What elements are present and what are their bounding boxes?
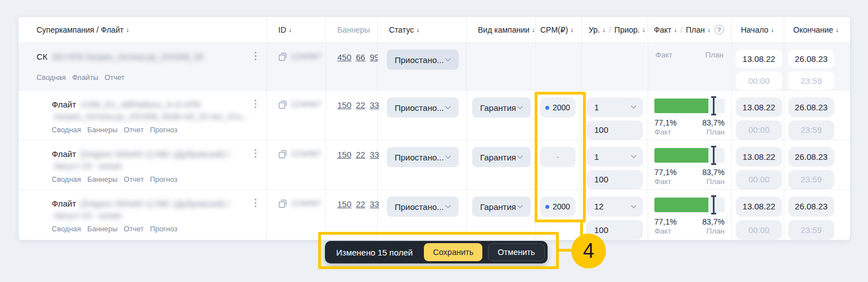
flight-id-blurred: 1234567	[291, 199, 322, 208]
supercampaign-name[interactable]: СК АО НПК Катрен_Аптека.ру_202308_09	[37, 51, 239, 62]
sort-desc-icon[interactable]: ↓	[707, 26, 711, 34]
banners-count-link[interactable]: 22	[356, 150, 365, 189]
link-banners[interactable]: Баннеры	[87, 175, 117, 183]
flight-name[interactable]: Флайт COM_EV_AllPlatform_А-О НПК Катрен_…	[52, 99, 254, 122]
level-dropdown[interactable]: 12	[586, 196, 643, 217]
status-dropdown[interactable]: Приостано...	[387, 97, 459, 118]
link-banners[interactable]: Баннеры	[87, 126, 117, 134]
campaign-type-dropdown[interactable]: Гарантия	[472, 97, 531, 118]
end-time-input[interactable]: 23:59	[788, 170, 834, 190]
start-time-input[interactable]: 00:00	[736, 220, 782, 240]
priority-input[interactable]: 100	[586, 120, 643, 140]
link-flights[interactable]: Флайты	[72, 73, 98, 82]
start-time-input[interactable]: 00:00	[736, 170, 782, 190]
campaign-type-value: Гарантия	[480, 153, 516, 162]
header-status[interactable]: Статус ↓	[378, 17, 467, 43]
campaign-type-dropdown[interactable]: Гарантия	[472, 196, 531, 217]
sort-desc-icon[interactable]: ↓	[416, 26, 419, 34]
sort-desc-icon[interactable]: ↓	[602, 26, 605, 34]
copy-icon[interactable]	[278, 52, 287, 61]
header-status-label: Статус	[389, 25, 414, 34]
priority-input[interactable]: 100	[586, 220, 643, 240]
banners-count-link[interactable]: 150	[337, 150, 351, 189]
header-level-priority[interactable]: Ур. ↓ / Приор. ↓	[582, 17, 648, 43]
cancel-button[interactable]: Отменить	[488, 243, 544, 261]
sort-desc-icon[interactable]: ↓	[771, 26, 774, 34]
cpm-input[interactable]: 2000	[540, 97, 576, 118]
link-banners[interactable]: Баннеры	[87, 225, 117, 233]
banners-count-link[interactable]: 22	[356, 199, 365, 240]
end-date-input[interactable]: 26.08.23	[788, 196, 834, 217]
header-id[interactable]: ID ↓	[267, 17, 326, 43]
end-date-input[interactable]: 26.08.23	[788, 97, 834, 117]
end-time-input[interactable]: 23:59	[788, 220, 834, 240]
sort-desc-icon[interactable]: ↓	[570, 26, 573, 34]
flight-name[interactable]: Флайт [Origami 300x60-1] КВС (Дубровский…	[52, 148, 254, 172]
banners-count-link[interactable]: 450	[337, 52, 351, 90]
sort-desc-icon[interactable]: ↓	[288, 26, 292, 34]
priority-input[interactable]: 100	[586, 170, 643, 190]
cpm-input[interactable]: -	[540, 147, 576, 167]
level-dropdown[interactable]: 1	[586, 147, 643, 167]
copy-icon[interactable]	[278, 100, 287, 109]
link-report[interactable]: Отчет	[105, 73, 125, 82]
link-report[interactable]: Отчет	[124, 175, 144, 183]
banners-count-link[interactable]: 150	[337, 199, 351, 240]
end-date-input[interactable]: 26.08.23	[788, 147, 834, 167]
help-icon[interactable]: ?	[715, 25, 724, 34]
header-end-label: Окончание	[793, 25, 833, 34]
flight-id-cell: 1234567	[267, 140, 326, 190]
start-date-input[interactable]: 13.08.22	[736, 147, 782, 167]
sort-desc-icon[interactable]: ↓	[126, 26, 129, 34]
cpm-changed-dot-icon	[545, 106, 549, 110]
banners-count-link[interactable]: 150	[337, 100, 351, 140]
sort-desc-icon[interactable]: ↓	[673, 26, 677, 34]
end-time-input[interactable]: 23:59	[788, 71, 834, 90]
link-forecast[interactable]: Прогноз	[150, 175, 178, 183]
level-dropdown[interactable]: 1	[586, 97, 643, 117]
plan-percent: 83,7%	[702, 118, 725, 127]
header-end[interactable]: Окончание ↓	[784, 17, 850, 43]
sort-desc-icon[interactable]: ↓	[835, 26, 839, 34]
status-dropdown[interactable]: Приостано...	[387, 147, 459, 167]
link-svodnaya[interactable]: Сводная	[52, 225, 81, 233]
flight-name[interactable]: Флайт [Origami 300x60-1] КВС (Дубровский…	[52, 198, 254, 221]
save-button[interactable]: Сохранить	[424, 243, 482, 261]
header-campaign-flight[interactable]: Суперкампания / Флайт ↓	[19, 17, 267, 43]
link-svodnaya[interactable]: Сводная	[37, 73, 66, 82]
banners-count-link[interactable]: 66	[356, 52, 365, 90]
start-time-input[interactable]: 00:00	[736, 71, 782, 90]
chevron-down-icon	[444, 153, 452, 161]
header-fact-plan[interactable]: Факт ↓ / План ↓ ?	[648, 17, 732, 43]
copy-icon[interactable]	[278, 199, 287, 208]
flight-factplan-cell: 77,1% 83,7% Факт План	[648, 91, 732, 140]
link-report[interactable]: Отчет	[124, 126, 144, 134]
status-dropdown[interactable]: Приостано...	[387, 50, 459, 70]
copy-icon[interactable]	[278, 150, 287, 159]
supercampaign-prefix: СК	[37, 52, 48, 61]
end-date-input[interactable]: 26.08.23	[788, 50, 834, 68]
kebab-menu-icon[interactable]	[255, 100, 256, 108]
kebab-menu-icon[interactable]	[255, 149, 256, 158]
sort-desc-icon[interactable]: ↓	[642, 26, 645, 34]
link-report[interactable]: Отчет	[124, 225, 144, 233]
end-time-input[interactable]: 23:59	[788, 120, 834, 140]
kebab-menu-icon[interactable]	[255, 199, 256, 207]
kebab-menu-icon[interactable]	[255, 52, 256, 60]
sort-desc-icon[interactable]: ↓	[532, 26, 535, 34]
header-campaign-type[interactable]: Вид кампании ↓	[467, 17, 536, 43]
header-cpm[interactable]: CPM(₽) ↓	[536, 17, 582, 43]
header-start[interactable]: Начало ↓	[732, 17, 784, 43]
link-forecast[interactable]: Прогноз	[150, 225, 178, 233]
cpm-input[interactable]: 2000	[540, 196, 576, 217]
start-date-input[interactable]: 13.08.22	[736, 196, 782, 217]
campaign-type-dropdown[interactable]: Гарантия	[472, 147, 531, 167]
start-time-input[interactable]: 00:00	[736, 120, 782, 140]
start-date-input[interactable]: 13.08.22	[736, 50, 782, 68]
start-date-input[interactable]: 13.08.22	[736, 97, 782, 117]
link-forecast[interactable]: Прогноз	[150, 126, 178, 134]
status-dropdown[interactable]: Приостано...	[387, 196, 459, 217]
link-svodnaya[interactable]: Сводная	[52, 175, 81, 183]
link-svodnaya[interactable]: Сводная	[52, 126, 81, 134]
banners-count-link[interactable]: 22	[356, 100, 365, 140]
